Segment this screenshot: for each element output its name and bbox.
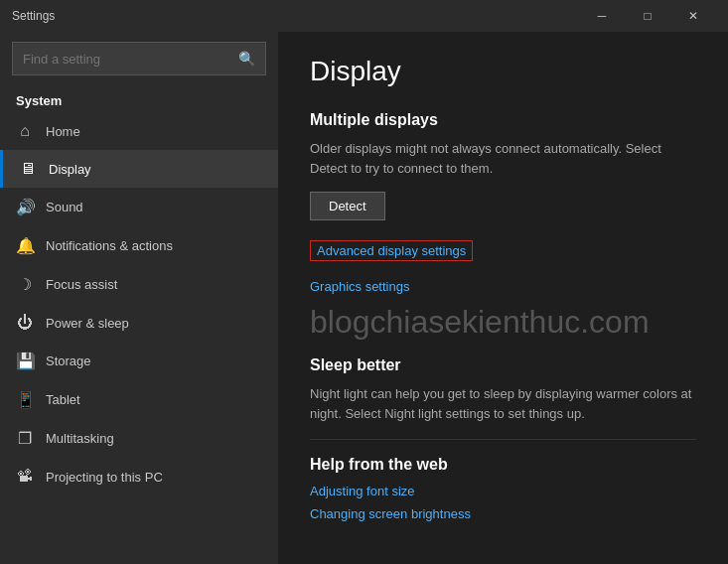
- sidebar-item-label: Display: [49, 162, 91, 177]
- sidebar-item-label: Sound: [46, 200, 83, 214]
- app-title: Settings: [12, 9, 579, 23]
- power-icon: ⏻: [16, 314, 34, 332]
- sleep-better-heading: Sleep better: [310, 356, 696, 374]
- sidebar-item-multitasking[interactable]: ❐ Multitasking: [0, 419, 278, 458]
- content-area: Display Multiple displays Older displays…: [278, 32, 728, 564]
- sidebar-item-storage[interactable]: 💾 Storage: [0, 342, 278, 380]
- sleep-better-description: Night light can help you get to sleep by…: [310, 384, 696, 423]
- sidebar-item-power[interactable]: ⏻ Power & sleep: [0, 304, 278, 342]
- sidebar-item-label: Notifications & actions: [46, 238, 173, 253]
- multitasking-icon: ❐: [16, 429, 34, 448]
- search-icon: 🔍: [238, 51, 255, 67]
- sidebar-item-focus[interactable]: ☽ Focus assist: [0, 265, 278, 304]
- changing-screen-brightness-link[interactable]: Changing screen brightness: [310, 506, 696, 521]
- divider: [310, 439, 696, 440]
- sidebar-section-label: System: [0, 87, 278, 112]
- minimize-button[interactable]: ─: [579, 0, 625, 32]
- projecting-icon: 📽: [16, 468, 34, 486]
- sidebar-item-home[interactable]: ⌂ Home: [0, 112, 278, 150]
- storage-icon: 💾: [16, 352, 34, 370]
- sidebar-item-label: Focus assist: [46, 277, 117, 292]
- graphics-settings-link[interactable]: Graphics settings: [310, 279, 696, 294]
- close-button[interactable]: ✕: [670, 0, 716, 32]
- tablet-icon: 📱: [16, 390, 34, 409]
- window-controls: ─ □ ✕: [579, 0, 716, 32]
- main-area: 🔍 System ⌂ Home 🖥 Display 🔊 Sound 🔔 Noti…: [0, 32, 728, 564]
- detect-button[interactable]: Detect: [310, 192, 385, 220]
- sidebar-item-label: Tablet: [46, 392, 80, 407]
- page-title: Display: [310, 56, 696, 87]
- advanced-display-settings-link[interactable]: Advanced display settings: [310, 240, 473, 261]
- sidebar-item-label: Projecting to this PC: [46, 470, 163, 485]
- title-bar: Settings ─ □ ✕: [0, 0, 728, 32]
- sound-icon: 🔊: [16, 198, 34, 216]
- home-icon: ⌂: [16, 122, 34, 140]
- sidebar-item-projecting[interactable]: 📽 Projecting to this PC: [0, 458, 278, 495]
- adjusting-font-size-link[interactable]: Adjusting font size: [310, 484, 696, 498]
- multiple-displays-heading: Multiple displays: [310, 111, 696, 129]
- sidebar-item-label: Storage: [46, 353, 91, 368]
- sidebar-item-sound[interactable]: 🔊 Sound: [0, 188, 278, 226]
- search-input[interactable]: [23, 52, 238, 67]
- display-icon: 🖥: [19, 160, 37, 178]
- focus-icon: ☽: [16, 275, 34, 294]
- sidebar-item-label: Power & sleep: [46, 316, 129, 331]
- multiple-displays-description: Older displays might not always connect …: [310, 139, 696, 178]
- sidebar-item-display[interactable]: 🖥 Display: [0, 150, 278, 188]
- notifications-icon: 🔔: [16, 236, 34, 255]
- watermark-text: blogchiasekienthuc.com: [310, 304, 696, 341]
- sidebar: 🔍 System ⌂ Home 🖥 Display 🔊 Sound 🔔 Noti…: [0, 32, 278, 564]
- search-box[interactable]: 🔍: [12, 42, 266, 75]
- maximize-button[interactable]: □: [625, 0, 670, 32]
- help-from-web-heading: Help from the web: [310, 456, 696, 474]
- sidebar-item-label: Home: [46, 124, 80, 139]
- sidebar-item-label: Multitasking: [46, 431, 114, 446]
- sidebar-item-tablet[interactable]: 📱 Tablet: [0, 380, 278, 419]
- sidebar-item-notifications[interactable]: 🔔 Notifications & actions: [0, 226, 278, 265]
